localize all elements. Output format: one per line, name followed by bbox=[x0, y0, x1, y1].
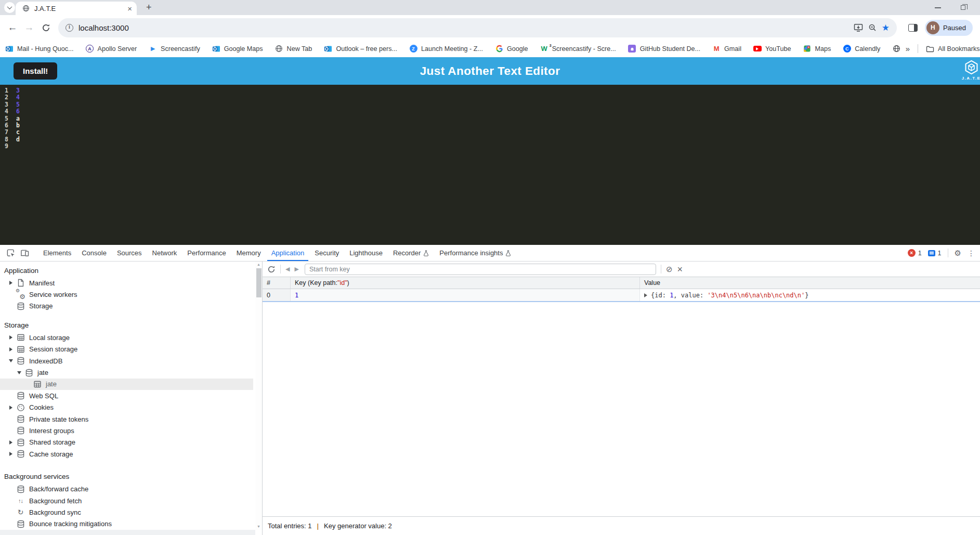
expand-collapsed-icon[interactable] bbox=[9, 452, 12, 456]
sidebar-item-private-state-tokens[interactable]: Private state tokens bbox=[0, 413, 253, 425]
sidebar-item-manifest[interactable]: Manifest bbox=[0, 277, 253, 289]
site-info-icon[interactable] bbox=[66, 24, 73, 32]
bookmark-github-student[interactable]: GitHub Student De... bbox=[628, 45, 700, 53]
sidebar-horizontal-scrollbar[interactable] bbox=[0, 530, 255, 535]
sidebar-item-background-sync[interactable]: ↻ Background sync bbox=[0, 506, 253, 518]
devtools-tab-lighthouse[interactable]: Lighthouse bbox=[344, 245, 388, 261]
sidebar-item-jate-db[interactable]: jate bbox=[0, 367, 253, 378]
devtools-tab-application[interactable]: Application bbox=[266, 245, 310, 261]
sidebar-item-bounce-tracking-mitigations[interactable]: Bounce tracking mitigations bbox=[0, 518, 253, 530]
settings-gear-icon[interactable]: ⚙ bbox=[955, 249, 961, 257]
expand-value-icon[interactable] bbox=[644, 293, 647, 297]
scroll-up-icon[interactable]: ▲ bbox=[257, 263, 260, 267]
all-bookmarks-button[interactable]: All Bookmarks bbox=[926, 45, 980, 53]
bookmark-mail[interactable]: Mail - Hung Quoc... bbox=[5, 45, 74, 53]
device-toolbar-icon[interactable] bbox=[18, 249, 32, 257]
forward-button[interactable]: → bbox=[22, 22, 36, 33]
browser-tab[interactable]: J.A.T.E × bbox=[16, 2, 137, 15]
console-messages-badge[interactable]: 1 bbox=[928, 250, 942, 257]
devtools-tab-memory[interactable]: Memory bbox=[231, 245, 266, 261]
clear-object-store-icon[interactable]: ⊘ bbox=[666, 265, 673, 273]
inspect-element-icon[interactable] bbox=[4, 249, 18, 257]
tab-search-button[interactable] bbox=[4, 2, 15, 13]
devtools-tab-sources[interactable]: Sources bbox=[112, 245, 147, 261]
start-from-key-input[interactable] bbox=[305, 264, 656, 275]
sidebar-item-cache-storage[interactable]: Cache storage bbox=[0, 448, 253, 460]
previous-page-icon[interactable]: ◀ bbox=[285, 266, 290, 272]
devtools-tab-elements[interactable]: Elements bbox=[38, 245, 76, 261]
bookmark-screencastify[interactable]: ▶ Screencastify bbox=[149, 45, 200, 53]
expand-expanded-icon[interactable] bbox=[17, 371, 21, 374]
column-header-value[interactable]: Value bbox=[640, 277, 980, 289]
sidebar-item-storage[interactable]: Storage bbox=[0, 301, 253, 312]
scrollbar-thumb[interactable] bbox=[256, 268, 262, 297]
delete-selected-icon[interactable]: × bbox=[677, 265, 683, 274]
install-app-icon[interactable] bbox=[854, 23, 863, 32]
expand-collapsed-icon[interactable] bbox=[9, 406, 12, 410]
scroll-down-icon[interactable]: ▼ bbox=[257, 525, 260, 529]
window-restore-button[interactable] bbox=[961, 5, 965, 10]
bookmark-calendly[interactable]: C Calendly bbox=[843, 45, 880, 53]
devtools-tab-recorder[interactable]: Recorder bbox=[388, 245, 434, 261]
address-bar[interactable]: localhost:3000 ★ bbox=[58, 18, 897, 37]
side-panel-icon[interactable] bbox=[908, 24, 918, 32]
bookmark-screencastify-scre[interactable]: W3 Screencastify - Scre... bbox=[540, 45, 616, 53]
zoom-out-icon[interactable] bbox=[868, 23, 877, 32]
bookmark-google[interactable]: Google bbox=[495, 45, 528, 53]
sidebar-item-web-sql[interactable]: Web SQL bbox=[0, 390, 253, 401]
column-header-key[interactable]: Key (Key path: "id") bbox=[291, 277, 640, 289]
fetch-arrows-icon: ↑↓ bbox=[16, 497, 25, 505]
hexagon-cube-icon bbox=[963, 59, 979, 75]
expand-collapsed-icon[interactable] bbox=[9, 347, 12, 351]
url-text[interactable]: localhost:3000 bbox=[79, 23, 129, 32]
sidebar-item-session-storage[interactable]: Session storage bbox=[0, 344, 253, 355]
next-page-icon[interactable]: ▶ bbox=[294, 266, 298, 272]
profile-chip[interactable]: H Paused bbox=[925, 20, 973, 36]
expand-collapsed-icon[interactable] bbox=[9, 440, 12, 445]
sidebar-item-indexeddb[interactable]: IndexedDB bbox=[0, 355, 253, 367]
sidebar-item-local-storage[interactable]: Local storage bbox=[0, 332, 253, 343]
code-editor[interactable]: 13 24 35 46 5a 6b 7c 8d 9 bbox=[0, 85, 980, 245]
bookmark-star-icon[interactable]: ★ bbox=[882, 23, 890, 32]
expand-expanded-icon[interactable] bbox=[9, 359, 13, 362]
devtools-tab-console[interactable]: Console bbox=[76, 245, 112, 261]
bookmark-google-maps[interactable]: Google Maps bbox=[212, 45, 263, 53]
devtools-tab-performance-insights[interactable]: Performance insights bbox=[434, 245, 516, 261]
row-value-preview[interactable]: {id: 1, value: '3\n4\n5\n6\na\nb\nc\nd\n… bbox=[640, 289, 980, 301]
sidebar-item-cookies[interactable]: Cookies bbox=[0, 402, 253, 413]
calendly-icon: C bbox=[843, 45, 851, 53]
bookmark-youtube[interactable]: YouTube bbox=[753, 45, 791, 53]
sidebar-vertical-scrollbar[interactable]: ▲ ▼ bbox=[255, 262, 262, 530]
bookmark-new-tab[interactable]: New Tab bbox=[275, 45, 312, 53]
devtools-tab-security[interactable]: Security bbox=[309, 245, 344, 261]
back-button[interactable]: ← bbox=[5, 22, 20, 33]
tab-close-icon[interactable]: × bbox=[127, 5, 132, 12]
bookmarks-overflow-button[interactable]: » bbox=[906, 44, 910, 53]
kebab-menu-icon[interactable]: ⋮ bbox=[968, 250, 975, 257]
bookmark-apollo-server[interactable]: A Apollo Server bbox=[86, 45, 137, 53]
devtools-tab-performance[interactable]: Performance bbox=[182, 245, 231, 261]
bookmark-gmail[interactable]: M Gmail bbox=[712, 45, 741, 53]
expand-collapsed-icon[interactable] bbox=[9, 335, 12, 340]
expand-collapsed-icon[interactable] bbox=[9, 281, 12, 285]
sidebar-item-back-forward-cache[interactable]: Back/forward cache bbox=[0, 483, 253, 494]
new-tab-button[interactable]: + bbox=[146, 0, 152, 15]
window-minimize-button[interactable] bbox=[935, 7, 941, 8]
bookmark-zoom-meeting[interactable]: Z Launch Meeting - Z... bbox=[409, 45, 483, 53]
sidebar-item-service-workers[interactable]: ⚙⚙ Service workers bbox=[0, 289, 253, 300]
column-header-index[interactable]: # bbox=[263, 277, 291, 289]
tab-title: J.A.T.E bbox=[34, 5, 127, 12]
devtools-tab-network[interactable]: Network bbox=[147, 245, 182, 261]
refresh-icon[interactable] bbox=[267, 265, 276, 273]
sidebar-item-interest-groups[interactable]: Interest groups bbox=[0, 425, 253, 436]
reload-button[interactable] bbox=[38, 23, 53, 32]
bookmark-outlook[interactable]: Outlook – free pers... bbox=[324, 45, 397, 53]
sidebar-item-background-fetch[interactable]: ↑↓ Background fetch bbox=[0, 495, 253, 506]
table-row[interactable]: 0 1 {id: 1, value: '3\n4\n5\n6\na\nb\nc\… bbox=[263, 289, 980, 302]
bookmark-maps[interactable]: Maps bbox=[803, 45, 831, 53]
database-icon bbox=[24, 368, 33, 377]
gmail-icon: M bbox=[712, 45, 721, 53]
sidebar-item-shared-storage[interactable]: Shared storage bbox=[0, 437, 253, 448]
sidebar-item-jate-object-store[interactable]: jate bbox=[0, 379, 253, 390]
console-errors-badge[interactable]: × 1 bbox=[908, 249, 922, 257]
